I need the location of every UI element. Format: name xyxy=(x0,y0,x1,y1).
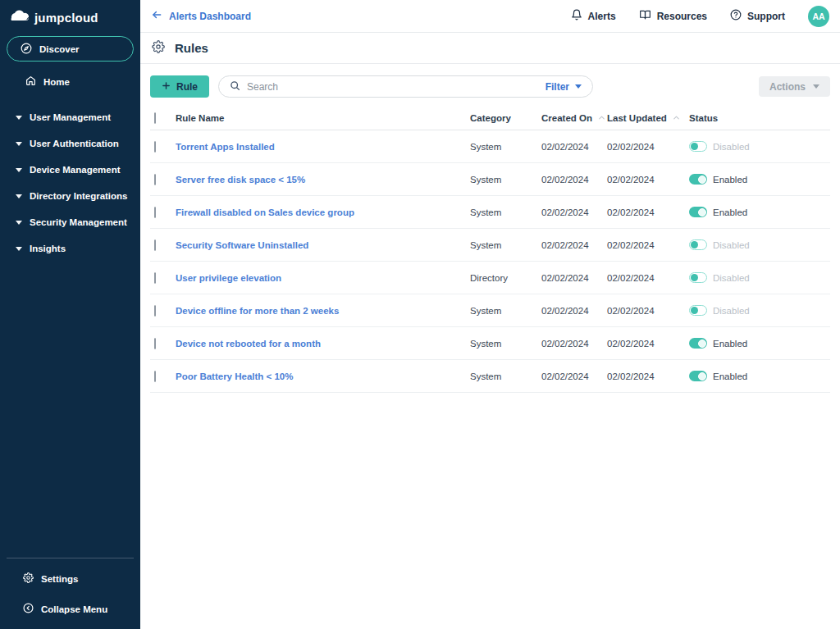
arrow-left-icon xyxy=(151,9,162,23)
chevron-down-icon xyxy=(16,116,22,120)
actions-button[interactable]: Actions xyxy=(759,76,830,97)
add-rule-button[interactable]: Rule xyxy=(150,75,209,98)
select-all-checkbox[interactable] xyxy=(154,112,156,124)
rule-name-link[interactable]: Firewall disabled on Sales device group xyxy=(176,207,354,217)
chevron-down-icon xyxy=(16,247,22,251)
column-header-status: Status xyxy=(689,113,830,123)
support-label: Support xyxy=(747,11,785,22)
created-on-cell: 02/02/2024 xyxy=(541,273,607,283)
status-cell: Disabled xyxy=(689,305,830,316)
sidebar-item-settings[interactable]: Settings xyxy=(0,563,140,594)
status-cell: Disabled xyxy=(689,239,830,250)
resources-button[interactable]: Resources xyxy=(639,9,707,23)
created-on-cell: 02/02/2024 xyxy=(541,240,607,250)
status-toggle[interactable] xyxy=(689,239,707,250)
sidebar-nav-item[interactable]: Device Management xyxy=(0,157,140,183)
row-checkbox[interactable] xyxy=(154,174,156,185)
created-on-cell: 02/02/2024 xyxy=(541,175,607,185)
rule-name-link[interactable]: Poor Battery Health < 10% xyxy=(176,371,293,381)
resources-label: Resources xyxy=(657,11,707,22)
row-checkbox[interactable] xyxy=(154,239,156,251)
rule-name-link[interactable]: Torrent Apps Installed xyxy=(176,142,275,152)
alerts-button[interactable]: Alerts xyxy=(571,9,616,23)
status-label: Enabled xyxy=(713,339,747,349)
table-row: Device not rebooted for a month System 0… xyxy=(150,327,830,360)
row-checkbox[interactable] xyxy=(154,371,156,382)
row-checkbox[interactable] xyxy=(154,338,156,349)
status-cell: Enabled xyxy=(689,207,830,217)
back-to-alerts-dashboard-link[interactable]: Alerts Dashboard xyxy=(151,9,251,23)
user-avatar[interactable]: AA xyxy=(808,6,829,27)
status-toggle[interactable] xyxy=(689,338,707,349)
category-cell: System xyxy=(470,306,541,316)
chevron-down-icon xyxy=(16,142,22,146)
status-toggle[interactable] xyxy=(689,371,707,381)
sidebar-nav-item[interactable]: Security Management xyxy=(0,209,140,235)
status-toggle[interactable] xyxy=(689,174,707,185)
status-toggle[interactable] xyxy=(689,207,707,217)
sidebar-nav-item[interactable]: User Authentication xyxy=(0,130,140,157)
rule-name-link[interactable]: Server free disk space < 15% xyxy=(176,175,305,185)
sidebar-item-home[interactable]: Home xyxy=(0,65,140,98)
table-row: User privilege elevation Directory 02/02… xyxy=(150,262,830,294)
search-input[interactable] xyxy=(247,81,546,93)
created-on-cell: 02/02/2024 xyxy=(541,207,607,217)
sidebar-nav-item[interactable]: Directory Integrations xyxy=(0,183,140,209)
table-body: Torrent Apps Installed System 02/02/2024… xyxy=(150,130,830,393)
table-row: Poor Battery Health < 10% System 02/02/2… xyxy=(150,360,830,393)
rule-name-link[interactable]: Security Software Uninstalled xyxy=(176,240,308,250)
rule-name-link[interactable]: Device not rebooted for a month xyxy=(176,339,321,349)
category-cell: System xyxy=(470,240,541,250)
chevron-down-icon xyxy=(16,221,22,225)
category-cell: System xyxy=(470,175,541,185)
row-checkbox[interactable] xyxy=(154,207,156,218)
row-checkbox[interactable] xyxy=(154,305,156,317)
content: Rule Filter Actions Rule Name xyxy=(140,64,840,629)
rule-name-link[interactable]: Device offline for more than 2 weeks xyxy=(176,306,339,316)
column-header-rule-name[interactable]: Rule Name xyxy=(176,113,470,123)
page-title: Rules xyxy=(175,41,208,55)
created-on-cell: 02/02/2024 xyxy=(541,371,607,381)
created-on-cell: 02/02/2024 xyxy=(541,306,607,316)
row-checkbox[interactable] xyxy=(154,141,156,153)
category-cell: System xyxy=(470,207,541,217)
status-label: Enabled xyxy=(713,371,747,381)
cloud-icon xyxy=(10,9,30,25)
column-header-created-on[interactable]: Created On xyxy=(541,113,607,124)
topbar: Alerts Dashboard Alerts Resources Suppor… xyxy=(140,0,840,33)
sidebar-item-collapse-menu[interactable]: Collapse Menu xyxy=(0,594,140,624)
status-toggle[interactable] xyxy=(689,272,707,283)
sidebar-divider xyxy=(7,558,134,558)
filter-button[interactable]: Filter xyxy=(546,81,582,93)
status-toggle[interactable] xyxy=(689,305,707,316)
sidebar-bottom: Settings Collapse Menu xyxy=(0,558,140,629)
rule-name-link[interactable]: User privilege elevation xyxy=(176,273,281,283)
search-bar: Filter xyxy=(218,75,593,98)
row-checkbox[interactable] xyxy=(154,272,156,284)
status-label: Disabled xyxy=(713,306,750,316)
category-cell: System xyxy=(470,339,541,349)
gear-icon xyxy=(23,572,34,585)
sidebar-nav-item[interactable]: Insights xyxy=(0,235,140,262)
compass-send-icon xyxy=(21,43,32,56)
sidebar-item-discover[interactable]: Discover xyxy=(7,36,134,62)
status-cell: Enabled xyxy=(689,174,830,185)
status-toggle[interactable] xyxy=(689,141,707,152)
plus-icon xyxy=(162,81,171,93)
last-updated-cell: 02/02/2024 xyxy=(607,273,689,283)
column-header-category[interactable]: Category xyxy=(470,113,541,123)
chevron-up-icon xyxy=(672,113,681,124)
sidebar-item-label: Security Management xyxy=(30,217,127,227)
chevron-down-icon xyxy=(16,194,22,198)
support-button[interactable]: Support xyxy=(730,9,785,23)
sidebar-item-label: User Management xyxy=(30,112,111,122)
chevron-up-icon xyxy=(597,113,606,124)
last-updated-cell: 02/02/2024 xyxy=(607,175,689,185)
sidebar-nav-item[interactable]: User Management xyxy=(0,104,140,130)
sidebar-item-label: Directory Integrations xyxy=(30,191,128,201)
last-updated-cell: 02/02/2024 xyxy=(607,371,689,381)
column-header-last-updated[interactable]: Last Updated xyxy=(607,113,689,124)
topbar-right: Alerts Resources Support AA xyxy=(571,6,829,27)
rules-table: Rule Name Category Created On Last Updat… xyxy=(150,107,830,393)
page-header: Rules xyxy=(140,33,840,64)
